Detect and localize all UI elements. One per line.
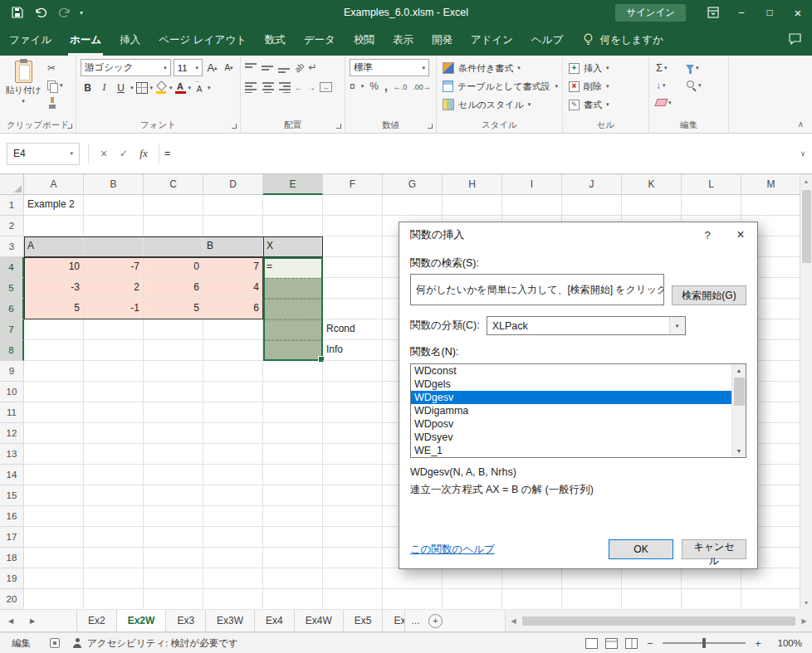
cell-H19[interactable] xyxy=(443,568,502,589)
percent-format-button[interactable] xyxy=(369,80,379,92)
cell-B16[interactable] xyxy=(84,506,144,527)
cell-B3[interactable] xyxy=(84,236,144,257)
name-box-dropdown-icon[interactable] xyxy=(70,150,73,157)
close-button[interactable] xyxy=(784,0,812,25)
cell-B5[interactable]: 2 xyxy=(84,278,144,299)
cell-A2[interactable] xyxy=(24,216,84,236)
align-middle-button[interactable] xyxy=(262,62,274,73)
cell-A19[interactable] xyxy=(24,568,84,589)
cell-A6[interactable]: 5 xyxy=(24,299,84,319)
sheet-tab-Ex5-6[interactable]: Ex5 xyxy=(344,610,384,631)
cell-C10[interactable] xyxy=(144,382,203,402)
column-header-A[interactable]: A xyxy=(24,174,84,195)
insert-function-button[interactable] xyxy=(134,144,154,163)
cell-D18[interactable] xyxy=(203,548,263,568)
row-header-12[interactable]: 12 xyxy=(0,423,24,444)
column-header-M[interactable]: M xyxy=(741,174,800,195)
cell-D4[interactable]: 7 xyxy=(203,257,263,278)
cell-F4[interactable] xyxy=(323,257,383,278)
customize-qat-icon[interactable]: ▾ xyxy=(76,9,86,17)
function-item-WDigamma[interactable]: WDigamma xyxy=(411,404,746,417)
formula-bar-expand-icon[interactable] xyxy=(794,149,812,158)
cell-C11[interactable] xyxy=(144,402,203,423)
merge-center-button[interactable] xyxy=(320,82,332,92)
cell-E10[interactable] xyxy=(263,382,323,402)
cell-A7[interactable] xyxy=(24,319,84,340)
sheet-tab-Ex4W-5[interactable]: Ex4W xyxy=(295,610,344,631)
cell-D5[interactable]: 4 xyxy=(203,278,263,299)
cell-K1[interactable] xyxy=(622,195,682,216)
sheet-nav-right-icon[interactable] xyxy=(22,610,43,631)
phonetic-guide-button[interactable] xyxy=(193,81,205,94)
cell-F2[interactable] xyxy=(323,216,383,236)
function-item-WDgesv[interactable]: WDgesv xyxy=(411,391,746,404)
ribbon-tab-8[interactable]: 開発 xyxy=(423,25,462,56)
cell-F19[interactable] xyxy=(323,568,383,589)
list-scrollbar[interactable] xyxy=(731,364,746,457)
cell-F20[interactable] xyxy=(323,589,383,610)
cell-G1[interactable] xyxy=(383,195,443,216)
underline-button[interactable] xyxy=(114,80,128,95)
cell-I20[interactable] xyxy=(502,589,562,610)
paste-dropdown-icon[interactable] xyxy=(22,98,25,105)
select-all-corner[interactable] xyxy=(0,174,24,195)
column-header-G[interactable]: G xyxy=(383,174,443,195)
alignment-dialog-launcher[interactable] xyxy=(334,121,343,130)
paste-button[interactable]: 貼り付け xyxy=(4,59,42,117)
macro-record-icon[interactable] xyxy=(50,638,60,648)
cell-A5[interactable]: -3 xyxy=(24,278,84,299)
align-bottom-button[interactable] xyxy=(278,62,291,73)
orientation-button[interactable] xyxy=(295,61,304,73)
cell-M20[interactable] xyxy=(741,589,800,610)
number-format-dropdown-icon[interactable] xyxy=(419,65,425,71)
row-header-2[interactable]: 2 xyxy=(0,216,24,236)
cell-L19[interactable] xyxy=(682,568,741,589)
dialog-help-icon[interactable] xyxy=(691,222,724,247)
cell-B7[interactable] xyxy=(84,319,144,340)
cell-C18[interactable] xyxy=(144,548,203,568)
cell-E4[interactable]: = xyxy=(263,257,323,278)
grow-font-button[interactable] xyxy=(205,60,219,76)
cell-D13[interactable] xyxy=(203,444,263,465)
dialog-title-bar[interactable]: 関数の挿入 xyxy=(399,222,757,247)
row-header-10[interactable]: 10 xyxy=(0,382,24,402)
maximize-button[interactable] xyxy=(756,0,784,25)
row-header-1[interactable]: 1 xyxy=(0,195,24,216)
column-header-J[interactable]: J xyxy=(562,174,622,195)
cell-E14[interactable] xyxy=(263,465,323,485)
cell-I19[interactable] xyxy=(502,568,562,589)
format-cells-button[interactable]: 書式 xyxy=(567,95,644,114)
page-layout-view-icon[interactable] xyxy=(605,638,618,649)
ribbon-tab-0[interactable]: ファイル xyxy=(0,25,61,56)
fill-color-button[interactable] xyxy=(155,81,167,94)
ribbon-tab-10[interactable]: ヘルプ xyxy=(522,25,572,56)
undo-icon[interactable] xyxy=(30,2,51,22)
new-sheet-button[interactable] xyxy=(425,610,445,631)
zoom-level[interactable]: 100% xyxy=(770,638,802,648)
cell-E5[interactable] xyxy=(263,278,323,299)
column-header-K[interactable]: K xyxy=(622,174,682,195)
bold-button[interactable] xyxy=(81,80,95,95)
cell-B9[interactable] xyxy=(84,361,144,382)
cell-H20[interactable] xyxy=(443,589,502,610)
column-header-D[interactable]: D xyxy=(203,174,263,195)
enter-entry-button[interactable] xyxy=(114,144,134,163)
cell-C8[interactable] xyxy=(144,340,203,361)
wrap-text-button[interactable] xyxy=(308,61,316,73)
sheet-tab-Ex4-4[interactable]: Ex4 xyxy=(255,610,295,631)
cell-D7[interactable] xyxy=(203,319,263,340)
zoom-in-icon[interactable]: + xyxy=(753,637,763,650)
delete-cells-button[interactable]: 削除 xyxy=(567,77,644,95)
cell-F12[interactable] xyxy=(323,423,383,444)
column-header-C[interactable]: C xyxy=(144,174,203,195)
cell-C19[interactable] xyxy=(144,568,203,589)
cell-G20[interactable] xyxy=(383,589,443,610)
cell-D16[interactable] xyxy=(203,506,263,527)
cell-C14[interactable] xyxy=(144,465,203,485)
search-start-button[interactable]: 検索開始(G) xyxy=(672,285,746,305)
align-left-button[interactable] xyxy=(245,82,257,93)
cell-C15[interactable] xyxy=(144,485,203,506)
font-dialog-launcher[interactable] xyxy=(229,121,238,130)
sheet-nav-left-icon[interactable] xyxy=(0,610,22,631)
autosum-button[interactable] xyxy=(653,61,683,74)
